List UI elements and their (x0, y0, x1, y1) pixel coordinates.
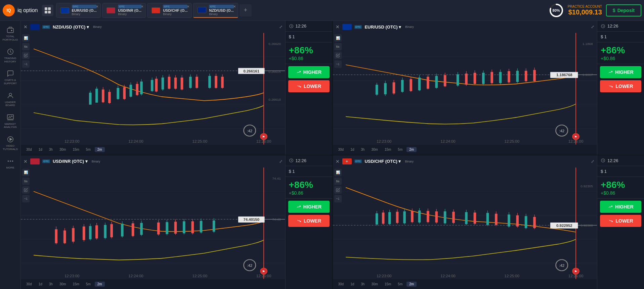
tf-30m-eurusd[interactable]: 30m (369, 147, 380, 152)
chart-header-eurusd: ✕ OTC EUR/USD (OTC) ▾ Binary ⤢ (333, 21, 597, 33)
tf-3h-usdinr[interactable]: 3h (46, 282, 55, 287)
tab-usdinr[interactable]: ✕ OTC USD/INR (O... Binary (102, 3, 146, 18)
progress-text: 80% (549, 3, 564, 18)
higher-button-usdinr[interactable]: HIGHER (288, 201, 330, 213)
tf-3h-nzdusd[interactable]: 3h (46, 147, 55, 152)
add-tab-button[interactable]: + (240, 4, 252, 16)
trade-amount-usdinr[interactable]: $ 1 (286, 166, 332, 177)
chart-tool-pencil-usdinr[interactable] (22, 186, 30, 194)
tf-15m-usdchf[interactable]: 15m (382, 282, 394, 287)
chart-tool-indicator-eurusd[interactable]: ~1 (334, 60, 342, 68)
tf-1d-nzdusd[interactable]: 1d (36, 147, 45, 152)
svg-text:12:23:00: 12:23:00 (377, 274, 391, 278)
sidebar-item-total-portfolio[interactable]: TOTALPORTFOLIO (1, 23, 20, 44)
higher-button-eurusd[interactable]: HIGHER (600, 66, 641, 78)
svg-text:0.92300: 0.92300 (581, 224, 593, 227)
expand-usdinr[interactable]: ⤢ (279, 159, 283, 164)
tf-2m-usdchf[interactable]: 2m (406, 282, 417, 287)
tf-30m-nzdusd[interactable]: 30m (57, 147, 69, 152)
chart-tool-candle-usdinr[interactable]: 📊 (22, 169, 30, 176)
higher-icon-usdchf (608, 204, 613, 209)
chart-tool-5s-usdchf[interactable]: 5s (334, 178, 342, 185)
sidebar-item-leaderboard[interactable]: LEADERBOARD (1, 89, 20, 110)
expand-nzdusd[interactable]: ⤢ (279, 25, 283, 29)
tf-30d-nzdusd[interactable]: 30d (24, 147, 35, 152)
chart-tool-5s-eurusd[interactable]: 5s (334, 43, 342, 50)
tf-2m-eurusd[interactable]: 2m (406, 147, 417, 152)
lower-icon-eurusd (608, 84, 613, 89)
tab-nzdusd[interactable]: ✕ OTC NZD/USD (O... Binary (193, 3, 238, 18)
tf-15m-usdinr[interactable]: 15m (70, 282, 82, 287)
tf-15m-eurusd[interactable]: 15m (382, 147, 394, 152)
tf-30d-eurusd[interactable]: 30d (336, 147, 347, 152)
tf-2m-usdinr[interactable]: 2m (95, 282, 105, 287)
lower-button-eurusd[interactable]: LOWER (600, 80, 641, 92)
chart-tool-pencil-usdchf[interactable] (334, 186, 342, 194)
chart-close-usdinr[interactable]: ✕ (24, 159, 28, 164)
svg-text:12:26:00: 12:26:00 (256, 139, 271, 143)
chart-close-usdchf[interactable]: ✕ (336, 159, 340, 164)
trade-amount-nzdusd[interactable]: $ 1 (286, 32, 332, 42)
lower-button-usdinr[interactable]: LOWER (288, 215, 330, 227)
tf-30d-usdinr[interactable]: 30d (24, 282, 35, 287)
grid-view-button[interactable] (42, 5, 53, 16)
expand-usdchf[interactable]: ⤢ (591, 159, 594, 164)
sidebar-item-trading-history[interactable]: TRADINGHISTORY (1, 45, 20, 66)
sidebar-item-video-tutorials[interactable]: VIDEOTUTORIALS (1, 133, 20, 153)
higher-button-nzdusd[interactable]: HIGHER (288, 66, 330, 78)
tab-eurusd[interactable]: ✕ OTC EUR/USD (O... Binary (56, 3, 101, 18)
expand-eurusd[interactable]: ⤢ (591, 25, 594, 29)
tf-1d-eurusd[interactable]: 1d (348, 147, 357, 152)
chart-close-eurusd[interactable]: ✕ (336, 24, 340, 30)
chart-tool-indicator-usdinr[interactable]: ~1 (22, 195, 30, 202)
tf-3h-eurusd[interactable]: 3h (358, 147, 367, 152)
sidebar-item-market-analysis[interactable]: MARKETANALYSIS (1, 111, 20, 132)
trade-time-value-usdchf: 12:26 (607, 158, 618, 163)
trade-time-nzdusd: 12:26 (286, 21, 332, 32)
tab-usdchf[interactable]: ✕ OTC USD/CHF (O... Binary (147, 3, 192, 18)
sidebar-item-chats-support[interactable]: CHATS &SUPPORT (1, 67, 20, 88)
svg-text:0.26615: 0.26615 (268, 70, 281, 74)
tf-1d-usdchf[interactable]: 1d (348, 282, 357, 287)
account-area: 80% PRACTICE ACCOUNT $10,009.13 $ Deposi… (549, 3, 641, 18)
chart-tool-indicator[interactable]: ~1 (22, 60, 30, 68)
svg-text:12:26:00: 12:26:00 (568, 139, 583, 143)
trade-amount-usdchf[interactable]: $ 1 (597, 166, 644, 177)
svg-rect-2 (45, 11, 47, 13)
tf-2m-nzdusd[interactable]: 2m (95, 147, 105, 152)
chart-tool-candle[interactable]: 📊 (22, 34, 30, 42)
chart-close-nzdusd[interactable]: ✕ (24, 24, 28, 30)
tf-5m-usdchf[interactable]: 5m (395, 282, 405, 287)
sidebar-item-more[interactable]: MORE (1, 155, 20, 172)
chart-header-nzdusd: ✕ OTC NZD/USD (OTC) ▾ Binary ⤢ (21, 21, 285, 33)
lower-button-usdchf[interactable]: LOWER (600, 215, 641, 227)
otc-badge-nzdusd: OTC (209, 5, 233, 8)
sidebar-label-videos: VIDEOTUTORIALS (3, 144, 18, 151)
svg-text:12:23:00: 12:23:00 (65, 139, 79, 143)
chart-panel-usdinr: ✕ OTC USD/INR (OTC) ▾ Binary ⤢ 📊 5s ~1 (21, 155, 332, 289)
tf-1d-usdinr[interactable]: 1d (36, 282, 45, 287)
higher-button-usdchf[interactable]: HIGHER (600, 201, 641, 213)
chart-tool-5s-usdinr[interactable]: 5s (22, 178, 30, 185)
tf-5m-nzdusd[interactable]: 5m (83, 147, 93, 152)
chart-tool-indicator-usdchf[interactable]: ~1 (334, 195, 342, 202)
lower-button-nzdusd[interactable]: LOWER (288, 80, 330, 92)
tf-15m-nzdusd[interactable]: 15m (70, 147, 82, 152)
tf-5m-eurusd[interactable]: 5m (395, 147, 405, 152)
deposit-button[interactable]: $ Deposit (606, 4, 641, 16)
tf-5m-usdinr[interactable]: 5m (83, 282, 93, 287)
chart-tool-candle-usdchf[interactable]: 📊 (334, 169, 342, 176)
chart-subtitle-eurusd: Binary (405, 25, 414, 29)
sidebar-label-chats: CHATS &SUPPORT (4, 79, 17, 85)
trade-amount-eurusd[interactable]: $ 1 (597, 32, 644, 42)
tf-3h-usdchf[interactable]: 3h (358, 282, 367, 287)
chart-tool-pencil[interactable] (22, 52, 30, 59)
clock-trade-icon-usdinr (289, 158, 294, 163)
chart-tool-candle-eurusd[interactable]: 📊 (334, 34, 342, 42)
tf-30m-usdchf[interactable]: 30m (369, 282, 380, 287)
tf-30d-usdchf[interactable]: 30d (336, 282, 347, 287)
chart-tool-pencil-eurusd[interactable] (334, 52, 342, 59)
balance-display: $10,009.13 (568, 8, 602, 16)
tf-30m-usdinr[interactable]: 30m (57, 282, 69, 287)
chart-tool-5s[interactable]: 5s (22, 43, 30, 50)
